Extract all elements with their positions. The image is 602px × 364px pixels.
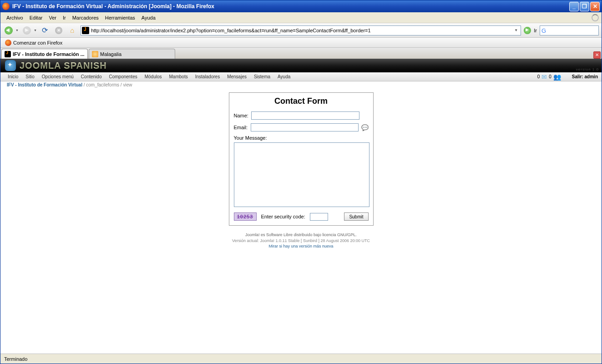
email-label: Email:: [234, 125, 251, 130]
browser-menubar: Archivo Editar Ver Ir Marcadores Herrami…: [0, 12, 602, 23]
jmenu-instaladores[interactable]: Instaladores: [192, 73, 223, 80]
message-textarea[interactable]: [234, 142, 369, 207]
firefox-icon: [2, 3, 10, 10]
name-label: Name:: [234, 113, 251, 118]
site-favicon: [82, 27, 89, 34]
logout-link[interactable]: Salir: admin: [572, 74, 598, 79]
reload-button[interactable]: ⟳: [40, 25, 51, 36]
go-label: Ir: [534, 28, 537, 33]
tab-bar: IFV - Instituto de Formación ... Malagal…: [0, 48, 602, 59]
menu-herramientas[interactable]: Herramientas: [102, 14, 138, 21]
content-area: Contact Form Name: Email: 💬 Your Message…: [0, 90, 602, 354]
bookmark-comenzar[interactable]: Comenzar con Firefox: [3, 39, 64, 47]
jmenu-inicio[interactable]: Inicio: [4, 73, 22, 80]
bookmark-label: Comenzar con Firefox: [13, 40, 62, 46]
captcha-image: 10253: [234, 212, 257, 221]
go-button[interactable]: [524, 27, 531, 34]
forward-history-dropdown[interactable]: ▼: [34, 29, 37, 32]
captcha-input[interactable]: [310, 213, 328, 221]
breadcrumb-path: / com_facileforms / view: [82, 82, 132, 87]
jmenu-componentes[interactable]: Componentes: [105, 73, 141, 80]
tab-favicon: [92, 51, 98, 57]
url-dropdown[interactable]: ▼: [512, 28, 520, 32]
status-text: Terminado: [4, 356, 27, 362]
bookmarks-bar: Comenzar con Firefox: [0, 38, 602, 48]
nav-toolbar: ▼ ▼ ⟳ ✕ ⌂ ▼ Ir G: [0, 23, 602, 38]
joomla-brand: JOOMLA SPANISH: [20, 61, 107, 71]
menu-marcadores[interactable]: Marcadores: [69, 14, 102, 21]
jmenu-sistema[interactable]: Sistema: [250, 73, 274, 80]
maximize-button[interactable]: ❐: [580, 2, 589, 11]
joomla-logo-icon: [5, 60, 16, 71]
close-tab-button[interactable]: ✕: [593, 51, 601, 59]
footer-text: Joomla! es Software Libre distribuido ba…: [232, 232, 370, 249]
forward-button: [21, 25, 32, 36]
url-bar[interactable]: ▼: [81, 25, 521, 35]
home-button[interactable]: ⌂: [67, 25, 78, 36]
jmenu-sitio[interactable]: Sitio: [22, 73, 38, 80]
jmenu-mambots[interactable]: Mambots: [166, 73, 192, 80]
jmenu-modulos[interactable]: Módulos: [141, 73, 166, 80]
tab-malagalia[interactable]: Malagalia: [89, 49, 175, 59]
mail-count: 0: [537, 74, 540, 79]
user-count: 0: [549, 74, 551, 79]
back-button[interactable]: [3, 25, 14, 36]
jmenu-contenido[interactable]: Contenido: [77, 73, 106, 80]
status-bar: Terminado: [0, 354, 602, 364]
stop-button[interactable]: ✕: [53, 25, 64, 36]
joomla-banner: JOOMLA SPANISH version 1.0: [0, 59, 602, 72]
firefox-small-icon: [5, 40, 11, 46]
joomla-menu: Inicio Sitio Opciones menú Contenido Com…: [0, 72, 602, 81]
contact-form-panel: Contact Form Name: Email: 💬 Your Message…: [229, 92, 374, 226]
footer-line1: Joomla! es Software Libre distribuido ba…: [232, 232, 370, 238]
search-engine-icon[interactable]: G: [541, 27, 547, 34]
version-tag: version 1.0: [576, 67, 599, 71]
jmenu-opciones[interactable]: Opciones menú: [38, 73, 77, 80]
minimize-button[interactable]: _: [569, 2, 579, 11]
back-history-dropdown[interactable]: ▼: [15, 29, 19, 32]
menu-editar[interactable]: Editar: [26, 14, 46, 21]
form-title: Contact Form: [234, 96, 369, 106]
mail-icon[interactable]: ✉: [541, 73, 547, 81]
name-input[interactable]: [251, 111, 359, 120]
footer-update-link[interactable]: Mirar si hay una versión más nueva: [268, 244, 333, 248]
tab-label: Malagalia: [100, 51, 121, 57]
close-window-button[interactable]: ✕: [590, 2, 600, 11]
window-title: IFV - Instituto de Formación Virtual - A…: [12, 3, 569, 10]
captcha-label: Enter security code:: [261, 214, 305, 219]
message-label: Your Message:: [234, 135, 369, 141]
menu-ayuda[interactable]: Ayuda: [138, 14, 159, 21]
email-input[interactable]: [251, 123, 358, 131]
search-input[interactable]: [548, 28, 597, 33]
jmenu-mensajes[interactable]: Mensajes: [223, 73, 250, 80]
window-titlebar: IFV - Instituto de Formación Virtual - A…: [0, 0, 602, 12]
menu-archivo[interactable]: Archivo: [3, 14, 26, 21]
tab-label: IFV - Instituto de Formación ...: [13, 51, 85, 57]
submit-button[interactable]: Submit: [344, 212, 368, 221]
tab-ifv[interactable]: IFV - Instituto de Formación ...: [1, 49, 88, 59]
tab-favicon: [5, 51, 11, 57]
jmenu-ayuda[interactable]: Ayuda: [274, 73, 294, 80]
url-input[interactable]: [91, 28, 512, 33]
breadcrumb: IFV - Instituto de Formación Virtual / c…: [0, 81, 602, 90]
breadcrumb-root[interactable]: IFV - Instituto de Formación Virtual: [7, 82, 82, 87]
email-hint-icon[interactable]: 💬: [361, 124, 369, 131]
menu-ver[interactable]: Ver: [46, 14, 60, 21]
throbber-icon: [592, 14, 599, 21]
footer-line2: Versión actual: Joomla! 1.0.11 Stable [ …: [232, 238, 370, 244]
menu-ir[interactable]: Ir: [60, 14, 69, 21]
search-box[interactable]: G: [540, 25, 599, 35]
users-icon[interactable]: 👥: [553, 73, 561, 81]
